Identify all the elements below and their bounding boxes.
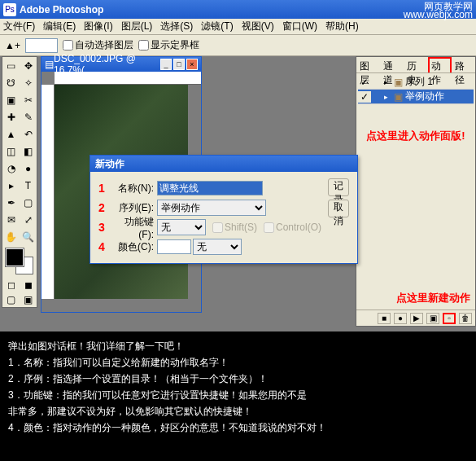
eraser-tool-icon[interactable]: ◫ [2,143,20,160]
photoshop-window: Ps Adobe Photoshop 网页教学网 www.webjx.com 文… [0,0,476,331]
check-icon[interactable]: ✓ [358,77,371,88]
name-row: 1 名称(N): [98,178,321,198]
wand-tool-icon[interactable]: ✧ [20,74,37,91]
color-swatches[interactable] [2,245,37,278]
doc-icon: ▤ [45,59,54,70]
new-action-dialog: 新动作 1 名称(N): 2 序列(E): 举例动作 3 功能键(F): 无 S… [90,155,358,264]
heal-tool-icon[interactable]: ✚ [2,108,20,125]
actions-list: ✓ ▸ ▣ 序列 1 ✓ ▸ ▣ 举例动作 点这里进入动作面版! 点这里新建动作 [356,73,475,310]
screen-full-icon[interactable]: ▣ [20,292,37,307]
series-label: 序列(E): [111,201,154,215]
menu-edit[interactable]: 编辑(E) [43,20,76,33]
trash-icon[interactable]: 🗑 [459,313,472,324]
auto-select-checkbox[interactable]: 自动选择图层 [63,38,133,52]
brush-tool-icon[interactable]: ✎ [20,108,37,125]
screen-mode-row: ▢ ▣ [2,292,37,307]
slice-tool-icon[interactable]: ✂ [20,91,37,108]
fold-icon[interactable]: ▸ [384,93,394,101]
tool-preset-select[interactable] [25,38,58,53]
doc-titlebar[interactable]: ▤ DSC_0002.JPG @ 16.7%(... _ □ × [41,57,201,72]
move-tool-icon[interactable]: ▲+ [5,40,20,51]
menu-help[interactable]: 帮助(H) [325,20,359,33]
check-icon[interactable]: ✓ [358,91,371,103]
shape-tool-icon[interactable]: ▢ [20,194,37,211]
action-name: 序列 1 [405,75,433,89]
app-logo-icon: Ps [3,3,16,16]
stop-icon[interactable]: ■ [378,313,391,324]
name-label: 名称(N): [111,182,154,195]
minimize-icon[interactable]: _ [160,59,172,70]
anno-3: 3 [98,221,111,234]
actions-panel: 图层 通道 历史 动作 路径 ✓ ▸ ▣ 序列 1 ✓ ▸ ▣ 举例动作 点这里… [356,56,476,327]
lasso-tool-icon[interactable]: ☋ [2,74,20,91]
tab-channels[interactable]: 通道 [380,57,404,72]
zoom-tool-icon[interactable]: 🔍 [20,228,37,245]
screen-std-icon[interactable]: ▢ [2,292,20,307]
menu-layer[interactable]: 图层(L) [121,20,153,33]
maximize-icon[interactable]: □ [173,59,185,70]
notes-tool-icon[interactable]: ✉ [2,211,20,228]
anno-4: 4 [98,240,111,253]
quickmask-icon[interactable]: ◼ [20,278,37,292]
annotation-hint-2: 点这里新建动作 [396,291,470,305]
color-swatch [157,239,191,254]
anno-1: 1 [98,182,111,195]
stamp-tool-icon[interactable]: ▲ [2,125,20,143]
play-icon[interactable]: ▶ [410,313,423,324]
dialog-title[interactable]: 新动作 [90,156,357,172]
shift-checkbox[interactable]: Shift(S) [212,222,257,233]
blur-tool-icon[interactable]: ◔ [2,160,20,177]
menu-image[interactable]: 图像(I) [84,20,112,33]
ctrl-checkbox[interactable]: Control(O) [264,222,321,233]
caption-text: 弹出如图对话框！我们详细了解一下吧！ 1．名称：指我们可以自定义给新建的动作取名… [0,331,476,461]
record-button[interactable]: 记录 [328,178,349,196]
name-input[interactable] [157,181,263,195]
cancel-button[interactable]: 取消 [328,200,349,217]
dodge-tool-icon[interactable]: ● [20,160,37,177]
tab-history[interactable]: 历史 [404,57,427,72]
quickmask-row: ◻ ◼ [2,278,37,292]
new-folder-icon[interactable]: ▣ [426,313,439,324]
toolbox: ▭ ✥ ☋ ✧ ▣ ✂ ✚ ✎ ▲ ↶ ◫ ◧ ◔ ● ▸ T ✒ ▢ ✉ ⤢ … [2,56,37,308]
path-tool-icon[interactable]: ▸ [2,177,20,194]
tab-paths[interactable]: 路径 [452,57,475,72]
close-icon[interactable]: × [186,59,198,70]
func-label: 功能键(F): [111,215,154,240]
tab-layers[interactable]: 图层 [356,57,380,72]
std-mode-icon[interactable]: ◻ [2,278,20,292]
color-select[interactable]: 无 [193,239,242,255]
new-action-icon[interactable]: ▫ [443,313,456,324]
color-row: 4 颜色(C): 无 [98,237,321,257]
show-bbox-checkbox[interactable]: 显示定界框 [138,38,199,52]
watermark: 网页教学网 www.webjx.com [404,2,473,19]
menu-select[interactable]: 选择(S) [160,20,193,33]
type-tool-icon[interactable]: T [20,177,37,194]
series-select[interactable]: 举例动作 [157,200,266,216]
menu-file[interactable]: 文件(F) [3,20,35,33]
eyedrop-tool-icon[interactable]: ⤢ [20,211,37,228]
ruler-vertical [41,85,55,299]
hand-tool-icon[interactable]: ✋ [2,228,20,245]
folder-icon: ▣ [394,91,405,103]
menu-filter[interactable]: 滤镜(T) [201,20,233,33]
gradient-tool-icon[interactable]: ◧ [20,143,37,160]
fold-icon[interactable]: ▸ [384,78,394,86]
tab-actions[interactable]: 动作 [428,57,452,72]
pen-tool-icon[interactable]: ✒ [2,194,20,211]
panel-tabs: 图层 通道 历史 动作 路径 [356,57,475,73]
record-icon[interactable]: ● [394,313,407,324]
func-row: 3 功能键(F): 无 Shift(S) Control(O) [98,217,321,237]
panel-bottom-buttons: ■ ● ▶ ▣ ▫ 🗑 [356,310,475,326]
fg-color[interactable] [6,248,24,266]
menu-window[interactable]: 窗口(W) [282,20,317,33]
action-set-row[interactable]: ✓ ▸ ▣ 序列 1 [358,75,474,90]
action-set-row[interactable]: ✓ ▸ ▣ 举例动作 [358,90,474,104]
move-tool-icon[interactable]: ✥ [20,57,37,74]
history-brush-icon[interactable]: ↶ [20,125,37,143]
crop-tool-icon[interactable]: ▣ [2,91,20,108]
action-name: 举例动作 [405,90,444,103]
folder-icon: ▣ [394,77,405,88]
menu-view[interactable]: 视图(V) [242,20,274,33]
marquee-tool-icon[interactable]: ▭ [2,57,20,74]
func-select[interactable]: 无 [157,219,206,235]
